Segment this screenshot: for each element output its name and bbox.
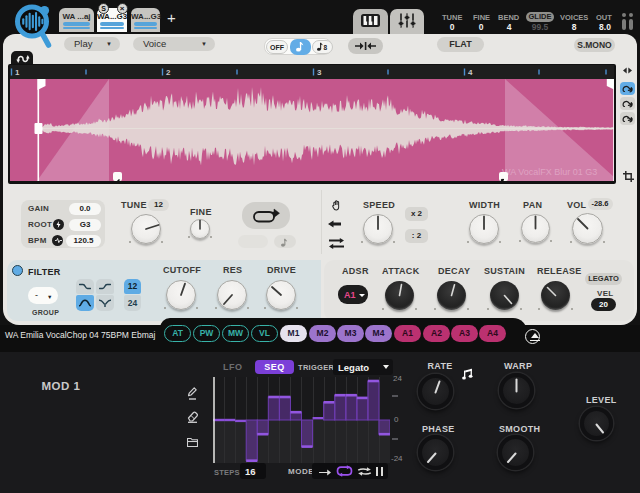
svg-text:8: 8: [323, 44, 327, 51]
